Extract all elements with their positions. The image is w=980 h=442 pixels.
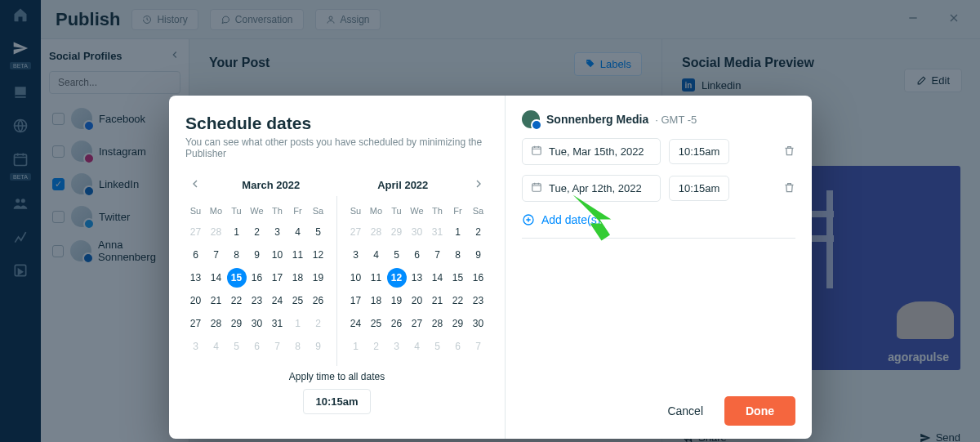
cancel-button[interactable]: Cancel: [662, 404, 708, 418]
calendar-month-2[interactable]: SuMoTuWeThFrSa27282930311234567891011121…: [345, 201, 488, 358]
calendar-day[interactable]: 9: [308, 335, 328, 358]
calendar-day[interactable]: 17: [267, 266, 287, 289]
calendar-day[interactable]: 23: [247, 289, 267, 312]
calendar-day[interactable]: 16: [468, 266, 488, 289]
calendar-day[interactable]: 30: [247, 312, 267, 335]
calendar-day[interactable]: 2: [468, 221, 488, 243]
add-dates-button[interactable]: Add date(s): [522, 213, 795, 226]
calendar-day[interactable]: 19: [386, 289, 407, 312]
calendar-day[interactable]: 5: [308, 221, 328, 243]
done-button[interactable]: Done: [724, 396, 795, 426]
calendar-day[interactable]: 2: [247, 221, 267, 243]
calendar-day[interactable]: 22: [448, 289, 468, 312]
calendar-day[interactable]: 7: [427, 243, 448, 266]
calendar-day[interactable]: 18: [287, 266, 308, 289]
calendar-day[interactable]: 12: [308, 243, 328, 266]
calendar-day[interactable]: 8: [287, 335, 308, 358]
calendar-day[interactable]: 4: [366, 243, 386, 266]
calendar-day[interactable]: 6: [448, 335, 468, 358]
calendar-day[interactable]: 23: [468, 289, 488, 312]
calendar-day[interactable]: 5: [226, 335, 247, 358]
calendar-day[interactable]: 30: [407, 221, 427, 243]
calendar-month-1[interactable]: SuMoTuWeThFrSa27281234567891011121314151…: [185, 201, 328, 358]
calendar-day[interactable]: 1: [226, 221, 247, 243]
calendar-day[interactable]: 6: [407, 243, 427, 266]
calendar-day[interactable]: 29: [226, 312, 247, 335]
calendar-day[interactable]: 14: [206, 266, 226, 289]
scheduled-time-input[interactable]: 10:15am: [669, 139, 729, 164]
calendar-day[interactable]: 7: [267, 335, 287, 358]
calendar-day[interactable]: 10: [267, 243, 287, 266]
calendar-day[interactable]: 2: [366, 335, 386, 358]
calendar-day[interactable]: 3: [185, 335, 206, 358]
calendar-day[interactable]: 18: [366, 289, 386, 312]
calendar-day[interactable]: 11: [287, 243, 308, 266]
calendar-day[interactable]: 13: [185, 266, 206, 289]
next-month-button[interactable]: [469, 174, 488, 196]
calendar-day[interactable]: 19: [308, 266, 328, 289]
calendar-day[interactable]: 20: [407, 289, 427, 312]
calendar-day[interactable]: 15: [226, 266, 247, 289]
calendar-day[interactable]: 29: [448, 312, 468, 335]
calendar-day[interactable]: 10: [345, 266, 366, 289]
calendar-day[interactable]: 5: [386, 243, 407, 266]
calendar-day[interactable]: 14: [427, 266, 448, 289]
calendar-day[interactable]: 4: [287, 221, 308, 243]
modal-title: Schedule dates: [185, 114, 488, 133]
calendar-day[interactable]: 17: [345, 289, 366, 312]
calendar-day[interactable]: 12: [386, 266, 407, 289]
calendar-day[interactable]: 31: [267, 312, 287, 335]
calendar-day[interactable]: 7: [206, 243, 226, 266]
calendar-day[interactable]: 6: [247, 335, 267, 358]
calendar-day[interactable]: 16: [247, 266, 267, 289]
delete-date-button[interactable]: [783, 145, 795, 159]
calendar-day[interactable]: 4: [206, 335, 226, 358]
calendar-day[interactable]: 27: [407, 312, 427, 335]
calendar-day[interactable]: 29: [386, 221, 407, 243]
calendar-day[interactable]: 4: [407, 335, 427, 358]
scheduled-date-input[interactable]: Tue, Apr 12th, 2022: [522, 175, 661, 202]
calendar-day[interactable]: 28: [427, 312, 448, 335]
calendar-day[interactable]: 31: [427, 221, 448, 243]
calendar-day[interactable]: 13: [407, 266, 427, 289]
calendar-day[interactable]: 1: [345, 335, 366, 358]
calendar-day[interactable]: 27: [345, 221, 366, 243]
calendar-day[interactable]: 25: [366, 312, 386, 335]
calendar-day[interactable]: 3: [386, 335, 407, 358]
calendar-day[interactable]: 9: [247, 243, 267, 266]
calendar-day[interactable]: 2: [308, 312, 328, 335]
calendar-day[interactable]: 24: [267, 289, 287, 312]
calendar-day[interactable]: 27: [185, 221, 206, 243]
scheduled-time-input[interactable]: 10:15am: [669, 176, 729, 201]
calendar-day[interactable]: 25: [287, 289, 308, 312]
calendar-day[interactable]: 22: [226, 289, 247, 312]
calendar-day[interactable]: 28: [206, 221, 226, 243]
calendar-day[interactable]: 11: [366, 266, 386, 289]
calendar-day[interactable]: 9: [468, 243, 488, 266]
calendar-day[interactable]: 30: [468, 312, 488, 335]
calendar-day[interactable]: 21: [427, 289, 448, 312]
calendar-day[interactable]: 15: [448, 266, 468, 289]
calendar-day[interactable]: 6: [185, 243, 206, 266]
calendar-day[interactable]: 1: [448, 221, 468, 243]
calendar-day[interactable]: 8: [226, 243, 247, 266]
apply-time-input[interactable]: 10:15am: [303, 389, 370, 414]
calendar-day[interactable]: 28: [206, 312, 226, 335]
delete-date-button[interactable]: [783, 181, 795, 196]
calendar-day[interactable]: 3: [267, 221, 287, 243]
calendar-day[interactable]: 7: [468, 335, 488, 358]
scheduled-date-input[interactable]: Tue, Mar 15th, 2022: [522, 138, 661, 165]
calendar-day[interactable]: 24: [345, 312, 366, 335]
calendar-day[interactable]: 5: [427, 335, 448, 358]
calendar-day[interactable]: 1: [287, 312, 308, 335]
prev-month-button[interactable]: [185, 174, 205, 196]
calendar-day[interactable]: 27: [185, 312, 206, 335]
calendar-day[interactable]: 8: [448, 243, 468, 266]
month-label-2: April 2022: [337, 179, 470, 191]
calendar-day[interactable]: 28: [366, 221, 386, 243]
calendar-day[interactable]: 20: [185, 289, 206, 312]
calendar-day[interactable]: 21: [206, 289, 226, 312]
calendar-day[interactable]: 26: [386, 312, 407, 335]
calendar-day[interactable]: 26: [308, 289, 328, 312]
calendar-day[interactable]: 3: [345, 243, 366, 266]
